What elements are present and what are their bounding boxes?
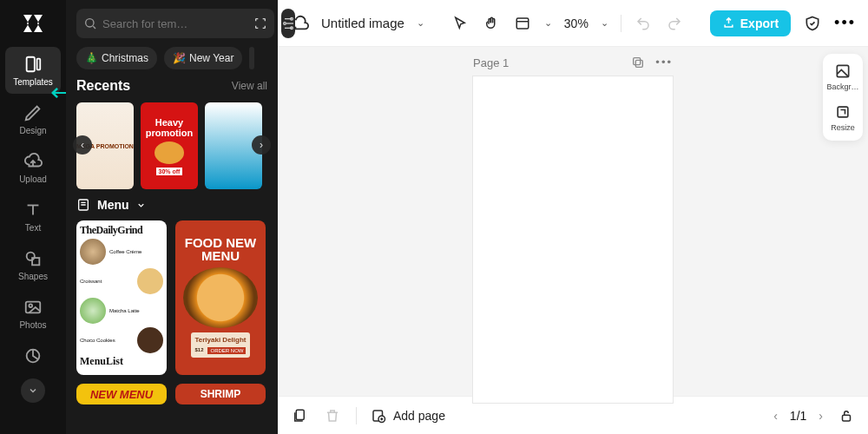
undo-icon[interactable] (634, 14, 653, 33)
svg-rect-13 (636, 60, 643, 67)
canvas-area: Untitled image ⌄ ⌄ 30% ⌄ Export ••• Page… (278, 0, 868, 434)
scan-icon[interactable] (253, 16, 267, 30)
template-card[interactable]: FOOD NEW MENU Teriyaki Delight $12ORDER … (175, 220, 266, 375)
page-more-icon[interactable]: ••• (655, 56, 673, 69)
more-menu-button[interactable]: ••• (834, 14, 856, 32)
layout-tool-icon[interactable] (513, 14, 532, 33)
page-label: Page 1 (473, 56, 509, 69)
template-card[interactable]: SHRIMP (175, 384, 266, 404)
rail-label: Shapes (18, 272, 48, 281)
right-side-tools: Backgr… Resize (823, 54, 863, 141)
title-chevron-icon[interactable]: ⌄ (417, 17, 424, 29)
trash-icon[interactable] (323, 406, 342, 425)
view-all-link[interactable]: View all (232, 80, 267, 92)
svg-rect-0 (27, 56, 35, 71)
svg-point-8 (284, 23, 286, 25)
svg-point-2 (27, 252, 35, 260)
layout-chevron-icon[interactable]: ⌄ (544, 17, 552, 29)
rail-label: Photos (19, 320, 46, 330)
menu-category-selector[interactable]: Menu (76, 198, 267, 212)
rail-item-text[interactable]: Text (5, 193, 61, 240)
recents-heading: Recents (76, 78, 130, 94)
svg-rect-16 (838, 107, 848, 117)
design-icon (23, 103, 43, 122)
chip-christmas[interactable]: 🎄Christmas (76, 47, 157, 69)
export-button[interactable]: Export (710, 10, 791, 36)
pages-icon[interactable] (290, 406, 309, 425)
pie-icon (23, 346, 43, 365)
search-input-wrapper[interactable] (76, 9, 274, 38)
left-rail: Templates ⟵ Design Upload Text Shapes Ph… (0, 0, 66, 434)
text-icon (23, 201, 43, 220)
zoom-level[interactable]: 30% (564, 16, 589, 30)
rail-more-button[interactable] (21, 378, 45, 403)
rail-item-photos[interactable]: Photos (5, 290, 61, 337)
svg-point-5 (29, 304, 32, 307)
rail-item-templates[interactable]: Templates (5, 47, 61, 94)
cursor-tool-icon[interactable] (450, 14, 470, 33)
svg-rect-12 (516, 18, 529, 29)
templates-grid: TheDailyGrind Coffee Crème Croissant Mat… (76, 220, 267, 404)
recents-row: MEGA PROMOTION Heavy promotion 30% off ‹… (76, 102, 267, 189)
rail-label: Templates (13, 77, 53, 87)
shield-icon[interactable] (803, 14, 822, 33)
page-pager: ‹ 1/1 › (773, 409, 823, 423)
page-indicator: 1/1 (790, 409, 806, 423)
shapes-icon (23, 249, 43, 268)
app-logo[interactable] (16, 7, 49, 40)
search-input[interactable] (102, 17, 248, 30)
prev-page-button[interactable]: ‹ (773, 409, 778, 423)
canvas-page[interactable] (473, 76, 673, 403)
photos-icon (23, 298, 43, 317)
svg-rect-4 (26, 301, 41, 312)
recents-next-button[interactable]: › (252, 135, 271, 155)
search-icon (83, 16, 97, 30)
zoom-chevron-icon[interactable]: ⌄ (601, 17, 608, 29)
rail-item-design[interactable]: Design (5, 95, 61, 142)
template-card[interactable]: TheDailyGrind Coffee Crème Croissant Mat… (76, 220, 167, 375)
svg-point-7 (86, 19, 94, 27)
templates-icon (23, 55, 43, 74)
upload-icon (23, 152, 43, 171)
document-title[interactable]: Untitled image (321, 16, 404, 30)
recents-prev-button[interactable]: ‹ (73, 135, 92, 155)
rail-label: Text (25, 223, 41, 233)
svg-rect-20 (843, 415, 851, 421)
topbar: Untitled image ⌄ ⌄ 30% ⌄ Export ••• (278, 0, 868, 47)
svg-rect-14 (634, 58, 641, 65)
page-header: Page 1 ••• (473, 56, 673, 69)
export-icon (722, 16, 735, 30)
rail-item-shapes[interactable]: Shapes (5, 241, 61, 288)
hand-tool-icon[interactable] (482, 14, 501, 33)
redo-icon[interactable] (665, 14, 684, 33)
recent-thumb[interactable]: Heavy promotion 30% off (141, 102, 198, 189)
background-tool[interactable]: Backgr… (826, 62, 858, 91)
rail-item-upload[interactable]: Upload (5, 144, 61, 191)
add-page-button[interactable]: Add page (371, 408, 445, 424)
rail-item-extra[interactable] (5, 339, 61, 373)
svg-rect-17 (296, 410, 304, 419)
stage[interactable]: Page 1 ••• Backgr… Resize (278, 47, 868, 396)
lock-icon[interactable] (837, 406, 856, 425)
svg-rect-1 (37, 58, 41, 69)
divider (356, 407, 357, 424)
filter-button[interactable] (281, 9, 295, 38)
next-page-button[interactable]: › (819, 409, 823, 423)
templates-panel: 🎄Christmas 🎉New Year Recents View all ME… (66, 0, 278, 434)
rail-label: Upload (19, 174, 47, 184)
resize-tool[interactable]: Resize (831, 103, 855, 132)
template-card[interactable]: NEW MENU (76, 384, 167, 404)
tree-icon: 🎄 (85, 52, 98, 64)
rail-label: Design (19, 126, 46, 135)
chip-new-year[interactable]: 🎉New Year (164, 47, 242, 69)
divider (621, 15, 621, 32)
tada-icon: 🎉 (173, 52, 186, 64)
chips-row: 🎄Christmas 🎉New Year (76, 47, 267, 69)
duplicate-page-icon[interactable] (631, 56, 645, 69)
chip-more[interactable] (249, 47, 254, 69)
